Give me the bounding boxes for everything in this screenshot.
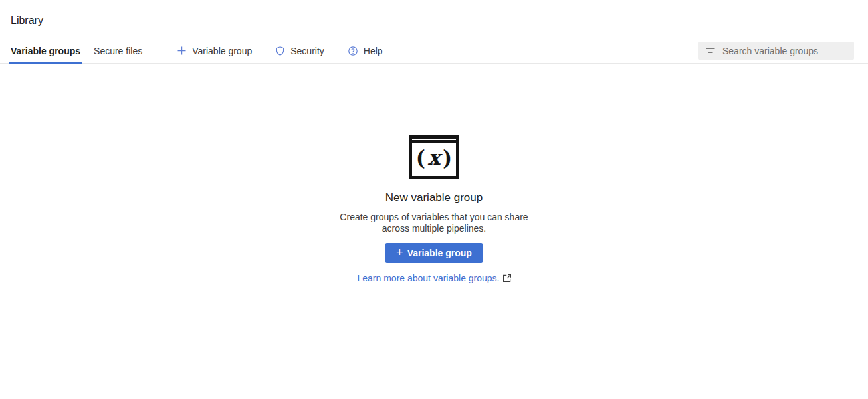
tab-command-bar: Variable groups Secure files Variable gr… [0,39,868,64]
shield-icon [276,46,284,56]
variable-group-toolbar-button[interactable]: Variable group [177,46,252,56]
tab-variable-groups-label: Variable groups [11,46,80,56]
tab-secure-files[interactable]: Secure files [94,39,142,63]
help-icon [348,46,358,56]
empty-state-description-line1: Create groups of variables that you can … [340,212,528,223]
variable-group-create-button-label: Variable group [407,248,472,258]
help-toolbar-label: Help [364,46,383,56]
help-toolbar-button[interactable]: Help [348,46,383,56]
search-input[interactable] [722,46,849,56]
tab-variable-groups[interactable]: Variable groups [11,39,80,63]
filter-icon [706,48,715,54]
empty-state-title: New variable group [385,191,483,204]
empty-state-description: Create groups of variables that you can … [340,212,528,234]
variable-group-toolbar-label: Variable group [192,46,252,56]
variable-group-icon: ( x ) [409,135,459,179]
plus-icon: + [396,246,403,260]
security-toolbar-button[interactable]: Security [276,46,324,56]
empty-state-description-line2: across multiple pipelines. [340,223,528,234]
tab-secure-files-label: Secure files [94,46,142,56]
page-title: Library [11,13,868,27]
variable-group-create-button[interactable]: + Variable group [385,243,483,263]
library-page: Library Variable groups Secure files Var… [0,13,868,283]
variable-groups-empty-state: ( x ) New variable group Create groups o… [0,135,868,283]
variable-group-icon-titlebar [412,139,456,143]
learn-more-link[interactable]: Learn more about variable groups. [357,273,510,283]
variable-group-icon-glyph: ( x ) [412,143,456,173]
search-variable-groups-box [698,42,854,60]
learn-more-link-label: Learn more about variable groups. [357,273,499,283]
plus-icon [177,46,186,55]
toolbar-divider [160,44,160,58]
security-toolbar-label: Security [290,46,324,56]
external-link-icon [503,274,511,282]
